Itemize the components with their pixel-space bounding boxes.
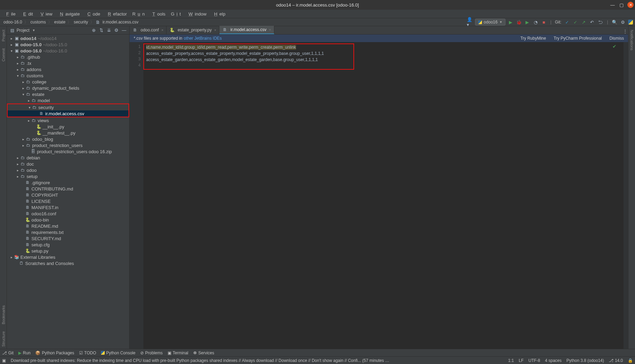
menu-file[interactable]: File — [2, 11, 18, 17]
tree-manifest[interactable]: 🐍__manifest__.py — [7, 130, 129, 136]
menu-tools[interactable]: Tools — [148, 11, 168, 17]
tree-license[interactable]: 🗎LICENSE — [7, 198, 129, 204]
tree-tx[interactable]: 🗀.tx — [7, 60, 129, 66]
tool-todo[interactable]: ☑TODO — [79, 351, 96, 355]
profile-icon[interactable]: ◔ — [532, 19, 539, 25]
tree-extlib[interactable]: 📚External Libraries — [7, 254, 129, 260]
maximize-button[interactable]: ▢ — [618, 2, 625, 8]
menu-git[interactable]: Git — [169, 11, 183, 17]
select-opened-icon[interactable]: ⊕ — [91, 27, 97, 33]
tool-git[interactable]: ⎇Git — [2, 351, 13, 355]
menu-help[interactable]: Help — [210, 11, 228, 17]
tree-customs[interactable]: 🗀customs — [7, 72, 129, 79]
settings-icon[interactable]: ⚙ — [620, 19, 626, 25]
tool-terminal[interactable]: ▣Terminal — [168, 351, 188, 355]
tree-estate[interactable]: 🗀estate — [7, 91, 129, 97]
tree-securitymd[interactable]: 🗎SECURITY.md — [7, 235, 129, 242]
debug-icon[interactable]: 🐞 — [516, 19, 522, 25]
run-icon[interactable]: ▶ — [508, 19, 514, 25]
user-icon[interactable]: 👤▾ — [467, 19, 473, 25]
tree-setuppy[interactable]: 🐍setup.py — [7, 248, 129, 254]
tree-github[interactable]: 🗀.github — [7, 54, 129, 60]
vcs-commit-icon[interactable]: ✓ — [572, 19, 579, 25]
banner-link[interactable]: other JetBrains IDEs — [184, 36, 222, 41]
line-separator[interactable]: LF — [519, 358, 524, 363]
tree-pruz[interactable]: 🗄product_restriction_users odoo 16.zip — [7, 148, 129, 155]
python-icon[interactable] — [628, 20, 633, 24]
minimize-button[interactable]: — — [609, 2, 616, 8]
tree-views[interactable]: 🗀views — [7, 117, 129, 124]
git-branch[interactable]: ⎇ 14.0 — [609, 358, 623, 363]
tree-college[interactable]: 🗀college — [7, 79, 129, 85]
tool-pyconsole[interactable]: Python Console — [101, 351, 135, 355]
tree-requirements[interactable]: 🗎requirements.txt — [7, 229, 129, 235]
crumb-3[interactable]: security — [72, 20, 89, 24]
tool-project[interactable]: Project — [1, 28, 6, 43]
tree-setup-folder[interactable]: 🗀setup — [7, 173, 129, 179]
indent-setting[interactable]: 4 spaces — [545, 358, 562, 363]
caret-position[interactable]: 1:1 — [508, 358, 514, 363]
crumb-file[interactable]: ir.model.access.csv — [101, 20, 140, 24]
tree-odoo15[interactable]: ▣odoo-15.0~/odoo-15.0 — [7, 41, 129, 48]
python-interpreter[interactable]: Python 3.8 (odoo14) — [567, 358, 604, 363]
tool-services[interactable]: ☸Services — [193, 351, 214, 355]
close-tab-icon[interactable]: × — [269, 28, 271, 32]
tree-odoo-blog[interactable]: 🗀odoo_blog — [7, 136, 129, 142]
expand-all-icon[interactable]: ⇅ — [98, 27, 104, 33]
close-button[interactable]: ✕ — [627, 2, 634, 8]
menu-view[interactable]: View — [36, 11, 54, 17]
menu-run[interactable]: Run — [130, 11, 147, 17]
close-tab-icon[interactable]: × — [214, 28, 216, 32]
crumb-root[interactable]: odoo-16.0 — [2, 20, 23, 24]
tree-addons[interactable]: 🗀addons — [7, 66, 129, 72]
collapse-all-icon[interactable]: ⇊ — [106, 27, 112, 33]
menu-refactor[interactable]: Refactor — [104, 11, 129, 17]
vcs-history-icon[interactable]: ↶ — [589, 19, 595, 25]
tree-gitignore[interactable]: 🗎.gitignore — [7, 179, 129, 186]
tree-readme[interactable]: 🗎README.md — [7, 223, 129, 229]
tree-iraccess[interactable]: 🗎ir.model.access.csv — [8, 110, 129, 117]
lock-icon[interactable]: 🔒 — [628, 358, 633, 363]
tree-contributing[interactable]: 🗎CONTRIBUTING.md — [7, 186, 129, 192]
vcs-update-icon[interactable]: ✓ — [564, 19, 570, 25]
run-coverage-icon[interactable]: ▶ — [524, 19, 530, 25]
stop-icon[interactable]: ■ — [541, 19, 547, 25]
dropdown-icon[interactable]: ▼ — [32, 29, 35, 32]
crumb-1[interactable]: customs — [29, 20, 47, 24]
run-config-select[interactable]: odoo16 ▼ — [475, 19, 505, 26]
tree-odoo16[interactable]: ▣odoo-16.0~/odoo-16.0 — [7, 48, 129, 54]
tool-problems[interactable]: ⊘Problems — [140, 351, 163, 355]
tree-odoobin[interactable]: 🐍odoo-bin — [7, 217, 129, 223]
no-problems-icon[interactable]: ✔ — [613, 43, 616, 50]
status-bg-task-icon[interactable]: ▣ — [2, 358, 6, 363]
tool-commit[interactable]: Commit — [1, 46, 6, 63]
tool-notifications[interactable]: Notifications — [630, 28, 634, 52]
close-tab-icon[interactable]: × — [161, 28, 163, 32]
error-stripe[interactable] — [623, 42, 628, 349]
menu-navigate[interactable]: Navigate — [56, 11, 82, 17]
tree-init[interactable]: 🐍__init__.py — [7, 124, 129, 130]
tree-setupcfg[interactable]: 🗎setup.cfg — [7, 242, 129, 248]
tree-odoo16conf[interactable]: 🗎odoo16.conf — [7, 210, 129, 217]
tool-bookmarks[interactable]: Bookmarks — [1, 303, 6, 326]
tab-ir-model-access[interactable]: 🗎ir.model.access.csv× — [219, 26, 274, 34]
menu-window[interactable]: Window — [184, 11, 208, 17]
tool-structure[interactable]: Structure — [1, 329, 6, 349]
hide-icon[interactable]: — — [121, 27, 127, 33]
vcs-rollback-icon[interactable]: ⮌ — [597, 19, 604, 25]
tree-odoo14[interactable]: ▣odoo14~/odoo14 — [7, 35, 129, 41]
status-message[interactable]: Download pre-built shared indexes: Reduc… — [11, 358, 391, 363]
search-icon[interactable]: 🔍 — [612, 19, 618, 25]
tab-estate-property[interactable]: 🐍estate_property.py× — [167, 26, 219, 34]
vcs-push-icon[interactable]: ↗ — [581, 19, 587, 25]
tab-options-icon[interactable]: ⋮ — [622, 28, 628, 34]
tool-pypkg[interactable]: 📦Python Packages — [35, 351, 74, 355]
file-encoding[interactable]: UTF-8 — [529, 358, 540, 363]
dismiss-link[interactable]: Dismiss — [609, 36, 624, 41]
tree-odoo-folder[interactable]: 🗀odoo — [7, 167, 129, 173]
tree-scratches[interactable]: 🗒Scratches and Consoles — [7, 260, 129, 266]
tree-copyright[interactable]: 🗎COPYRIGHT — [7, 192, 129, 198]
code-text[interactable]: id,name,model_id/id,group_id/id,perm_rea… — [143, 42, 623, 349]
tree-model[interactable]: 🗀model — [7, 97, 129, 104]
tab-odoo-conf[interactable]: 🗎odoo.conf× — [130, 26, 167, 34]
